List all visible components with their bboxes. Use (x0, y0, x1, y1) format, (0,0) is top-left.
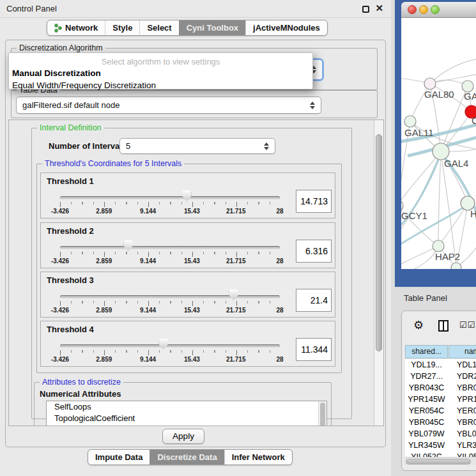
top-tab-bar: Network Style Select Cyni Toolbox jActiv… (47, 20, 328, 36)
bottom-tab-bar: Impute Data Discretize Data Infer Networ… (88, 449, 293, 465)
column-layout-icon[interactable] (438, 320, 449, 332)
tab-select-label: Select (147, 20, 171, 35)
label-h: H (470, 208, 476, 219)
interval-definition-label: Interval Definition (37, 123, 104, 132)
attributes-group: Attributes to discretize Numerical Attri… (34, 382, 332, 426)
table-row[interactable]: YBR045CYBR04 (405, 417, 476, 428)
close-icon[interactable]: ✕ (375, 3, 383, 14)
node-hap2[interactable] (433, 240, 444, 252)
label-hap2: HAP2 (435, 251, 460, 262)
threshold-2-value-field[interactable]: 6.316 (296, 240, 332, 263)
label-gal80: GAL80 (424, 89, 454, 100)
panel-title: Control Panel (6, 0, 57, 18)
tab-select[interactable]: Select (139, 20, 178, 35)
table-horizontal-scrollbar[interactable] (404, 457, 476, 465)
slider-track[interactable] (60, 295, 280, 298)
network-canvas[interactable]: GAL80 GA C GAL11 GAL4 GCY1 H HAP2 (401, 18, 476, 269)
numerical-attributes-list[interactable]: SelfLoops TopologicalCoefficient Between… (46, 401, 327, 426)
dropdown-hint-item[interactable]: Select algorithm to view settings (9, 53, 312, 66)
slider-thumb[interactable] (182, 190, 192, 201)
network-icon (54, 24, 62, 33)
slider-thumb[interactable] (123, 240, 133, 251)
list-item[interactable]: BetweennessCentrality (47, 424, 326, 426)
threshold-3-panel: Threshold 3 -3.426 2.859 9.144 15.43 21.… (40, 272, 335, 318)
tab-jactive-label: jActiveMNodules (253, 20, 320, 35)
tab-jactivemnodules[interactable]: jActiveMNodules (245, 20, 327, 35)
table-row[interactable]: YDL19...YDL19 (405, 359, 476, 371)
network-view-window: GAL80 GA C GAL11 GAL4 GCY1 H HAP2 (395, 0, 476, 287)
slider-major-ticks (60, 252, 280, 257)
cyni-toolbox-content: Discretization Algorithm Select algorith… (5, 40, 386, 447)
settings-scrollbar[interactable] (374, 120, 383, 426)
threshold-3-value-field[interactable]: 21.4 (296, 289, 332, 312)
table-panel-title: Table Panel (404, 293, 447, 303)
table-row[interactable]: YPR145WYPR14 (405, 394, 476, 405)
slider-major-ticks (60, 301, 280, 306)
table-data-combobox[interactable]: galFiltered.sif default node (16, 96, 321, 114)
label-g: GA (464, 91, 476, 102)
threshold-2-slider: -3.426 2.859 9.144 15.43 21.715 28 (60, 223, 280, 268)
slider-major-ticks (60, 350, 280, 355)
table-panel: ⚙ ☑☑ shared... name YDL19...YDL19 YDR27.… (401, 311, 476, 471)
close-traffic-light-icon[interactable] (408, 5, 417, 14)
threshold-3-slider: -3.426 2.859 9.144 15.43 21.715 28 (60, 272, 280, 317)
node-gal11[interactable] (404, 116, 416, 127)
slider-track[interactable] (60, 344, 280, 348)
checkbox-icons[interactable]: ☑☑ (459, 320, 475, 330)
column-header-name[interactable]: name (449, 345, 476, 358)
scrollbar-thumb[interactable] (406, 459, 471, 464)
tab-infer-network[interactable]: Infer Network (224, 450, 292, 464)
table-row[interactable]: YIL052CYIL05 (405, 451, 476, 457)
label-gcy1: GCY1 (401, 210, 427, 221)
combo-arrows-icon (310, 102, 316, 109)
slider-track[interactable] (60, 246, 280, 249)
tab-cyni-toolbox[interactable]: Cyni Toolbox (179, 20, 245, 35)
tab-discretize-label: Discretize Data (157, 450, 217, 464)
threshold-4-slider: -3.426 2.859 9.144 15.43 21.715 28 (60, 321, 280, 366)
number-of-intervals-combobox[interactable]: 5 (119, 138, 275, 154)
algorithm-dropdown-popup: Select algorithm to view settings Manual… (8, 52, 313, 89)
threshold-4-value-field[interactable]: 11.344 (296, 338, 332, 361)
float-window-icon[interactable] (362, 6, 369, 13)
table-row[interactable]: YBL079WYBL07 (405, 428, 476, 440)
tab-style[interactable]: Style (105, 20, 139, 35)
node-gal80[interactable] (424, 78, 436, 89)
control-panel: Control Panel ✕ Network Style Select Cyn… (0, 0, 391, 476)
control-panel-titlebar: Control Panel ✕ (0, 0, 391, 18)
dropdown-option-equal-width[interactable]: Equal Width/Frequency Discretization (9, 79, 312, 91)
zoom-traffic-light-icon[interactable] (431, 5, 440, 14)
tab-impute-data[interactable]: Impute Data (88, 450, 150, 464)
table-row[interactable]: YER054CYER05 (405, 405, 476, 417)
threshold-2-panel: Threshold 2 -3.426 2.859 9.144 15.43 21.… (40, 222, 335, 268)
apply-button[interactable]: Apply (162, 429, 204, 444)
threshold-1-panel: Threshold 1 -3.426 2.859 9.144 15.43 21.… (40, 173, 335, 219)
gear-icon[interactable]: ⚙ (413, 318, 424, 332)
settings-scrollpane: Interval Definition Number of Intervals … (8, 119, 384, 426)
dropdown-option-manual[interactable]: Manual Discretization (9, 66, 312, 79)
node-table[interactable]: YDL19...YDL19 YDR27...YDR27 YBR043CYBR04… (405, 359, 476, 457)
table-row[interactable]: YBR043CYBR04 (405, 382, 476, 394)
table-row[interactable]: YLR345WYLR34 (405, 440, 476, 451)
column-header-shared[interactable]: shared... (405, 345, 448, 358)
threshold-1-value-field[interactable]: 14.713 (296, 190, 332, 213)
combo-arrows-icon (264, 142, 270, 150)
list-scrollbar[interactable] (318, 401, 326, 426)
node-bottom[interactable] (451, 263, 461, 269)
tab-network[interactable]: Network (47, 20, 105, 35)
tab-style-label: Style (112, 20, 132, 35)
list-item[interactable]: SelfLoops (47, 401, 326, 413)
attributes-group-label: Attributes to discretize (40, 378, 123, 387)
scrollbar-thumb[interactable] (376, 134, 382, 351)
table-row[interactable]: YDR27...YDR27 (405, 371, 476, 382)
list-item[interactable]: TopologicalCoefficient (47, 413, 326, 424)
slider-thumb[interactable] (158, 339, 168, 349)
slider-thumb[interactable] (229, 289, 238, 300)
tab-discretize-data[interactable]: Discretize Data (150, 450, 224, 464)
slider-track[interactable] (60, 196, 280, 199)
network-window-titlebar[interactable] (401, 2, 476, 18)
network-graph: GAL80 GA C GAL11 GAL4 GCY1 H HAP2 (401, 18, 476, 269)
discretization-algorithm-label: Discretization Algorithm (17, 43, 105, 52)
tab-impute-label: Impute Data (95, 450, 142, 464)
minimize-traffic-light-icon[interactable] (419, 5, 428, 14)
tab-network-label: Network (65, 20, 98, 35)
